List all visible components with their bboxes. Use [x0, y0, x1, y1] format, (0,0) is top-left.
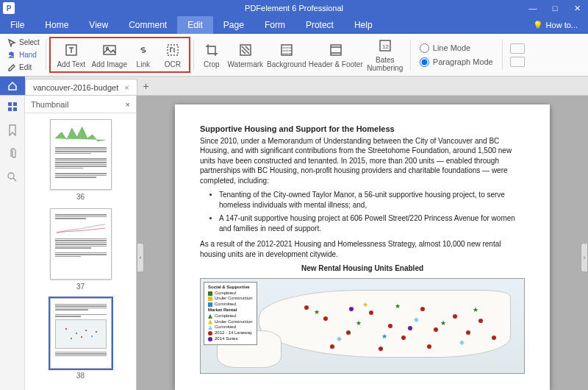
- headerfooter-icon: [328, 42, 344, 58]
- document-tabbar: vancouver-2016-budget × +: [0, 77, 588, 96]
- svg-point-13: [8, 173, 14, 179]
- svg-rect-9: [8, 102, 12, 106]
- tab-label: vancouver-2016-budget: [33, 83, 118, 92]
- svg-rect-3: [168, 45, 178, 55]
- doc-para1: Since 2010, under a Memorandum of Unders…: [200, 136, 525, 186]
- thumbnail-list[interactable]: 36 37 38: [25, 113, 136, 390]
- add-text-label: Add Text: [57, 60, 85, 68]
- ocr-button[interactable]: OCR: [158, 38, 187, 71]
- svg-rect-10: [13, 102, 17, 106]
- thumbnail-tool-icon[interactable]: [6, 100, 19, 113]
- edit-mode-group: Line Mode Paragraph Mode: [414, 37, 499, 73]
- page-thumbnail-selected[interactable]: [50, 298, 112, 369]
- preset-2[interactable]: [510, 57, 525, 67]
- link-button[interactable]: Link: [129, 38, 158, 71]
- select-icon: [7, 38, 16, 47]
- legend-item: Under Construction: [215, 319, 253, 325]
- watermark-button[interactable]: Watermark: [226, 37, 265, 73]
- preset-1[interactable]: [510, 43, 525, 54]
- legend-item: Committed: [215, 302, 236, 308]
- page-thumbnail[interactable]: [50, 208, 112, 279]
- line-mode-label: Line Mode: [433, 43, 470, 52]
- doc-heading: Supportive Housing and Support for the H…: [200, 124, 525, 135]
- minimize-button[interactable]: —: [522, 0, 544, 16]
- map-legend: Social & Supportive Completed Under Cons…: [204, 282, 257, 345]
- thumbnail-close-icon[interactable]: ×: [126, 100, 130, 109]
- edit-icon: [7, 63, 16, 72]
- menu-help[interactable]: Help: [344, 16, 383, 34]
- legend-item: Committed: [215, 325, 236, 330]
- new-tab-button[interactable]: +: [137, 77, 155, 95]
- hand-icon: [7, 51, 16, 60]
- menu-protect[interactable]: Protect: [295, 16, 344, 34]
- menu-page[interactable]: Page: [213, 16, 254, 34]
- tab-close-icon[interactable]: ×: [124, 83, 129, 92]
- ribbon: Select Hand Edit Add Text Add Image Link…: [0, 34, 588, 77]
- ocr-icon: [165, 42, 181, 58]
- svg-rect-11: [8, 107, 12, 111]
- paragraph-mode-radio[interactable]: Paragraph Mode: [420, 57, 493, 67]
- howto-link[interactable]: 💡 How to...: [533, 16, 588, 34]
- home-icon: [7, 81, 18, 91]
- bates-label: Bates Numbering: [367, 56, 403, 72]
- background-button[interactable]: Background: [265, 37, 309, 73]
- howto-label: How to...: [546, 21, 578, 29]
- legend-item: 2012 - 14 Laneway: [215, 330, 252, 336]
- layout-presets: [506, 37, 529, 73]
- add-image-label: Add Image: [92, 60, 127, 68]
- maximize-button[interactable]: □: [544, 0, 566, 16]
- menu-edit[interactable]: Edit: [177, 16, 213, 34]
- edit-tool[interactable]: Edit: [7, 62, 40, 73]
- app-logo: P: [3, 2, 15, 14]
- select-label: Select: [19, 38, 40, 46]
- close-button[interactable]: ✕: [566, 0, 588, 16]
- add-image-button[interactable]: Add Image: [90, 38, 129, 71]
- text-icon: [63, 42, 79, 58]
- prev-page-handle[interactable]: ‹: [137, 243, 144, 272]
- window-controls: — □ ✕: [522, 0, 588, 16]
- attachment-tool-icon[interactable]: [6, 147, 19, 160]
- menu-view[interactable]: View: [79, 16, 118, 34]
- chart-title: New Rental Housing Units Enabled: [200, 263, 525, 274]
- menu-comment[interactable]: Comment: [118, 16, 177, 34]
- menu-file[interactable]: File: [0, 16, 35, 34]
- home-tab[interactable]: [0, 77, 25, 95]
- legend-item: Completed: [215, 313, 236, 319]
- svg-rect-6: [331, 45, 341, 55]
- thumbnail-title: Thumbnail: [31, 100, 68, 109]
- line-mode-radio[interactable]: Line Mode: [420, 43, 493, 53]
- link-icon: [135, 42, 151, 58]
- crop-button[interactable]: Crop: [197, 37, 226, 73]
- document-viewer[interactable]: ‹ › Supportive Housing and Support for t…: [137, 96, 588, 390]
- legend-group1: Social & Supportive: [208, 285, 253, 291]
- header-footer-button[interactable]: Header & Footer: [309, 37, 363, 73]
- menu-home[interactable]: Home: [35, 16, 79, 34]
- bates-button[interactable]: 12 Bates Numbering: [363, 37, 407, 73]
- thumb-number: 36: [76, 193, 85, 201]
- svg-text:12: 12: [382, 43, 389, 50]
- ocr-label: OCR: [165, 60, 181, 68]
- select-tool[interactable]: Select: [7, 37, 40, 48]
- add-text-button[interactable]: Add Text: [52, 38, 90, 71]
- watermark-label: Watermark: [228, 60, 264, 68]
- map-figure: Social & Supportive Completed Under Cons…: [200, 278, 525, 374]
- titlebar: P PDFelement 6 Professional — □ ✕: [0, 0, 588, 16]
- svg-rect-12: [13, 107, 17, 111]
- menu-form[interactable]: Form: [254, 16, 295, 34]
- page-thumbnail[interactable]: [50, 119, 112, 190]
- thumbnail-panel: Thumbnail × 36 37: [25, 96, 137, 390]
- background-label: Background: [267, 60, 306, 68]
- next-page-handle[interactable]: ›: [581, 243, 588, 272]
- bookmark-tool-icon[interactable]: [6, 124, 19, 137]
- search-tool-icon[interactable]: [6, 171, 19, 184]
- crop-icon: [204, 42, 220, 58]
- side-toolbar: [0, 96, 25, 390]
- hand-tool[interactable]: Hand: [7, 49, 40, 60]
- list-item: Tenanting of the City-owned Taylor Manor…: [219, 190, 525, 210]
- document-tab[interactable]: vancouver-2016-budget ×: [25, 79, 137, 95]
- page-content: Supportive Housing and Support for the H…: [175, 104, 550, 390]
- workspace: Thumbnail × 36 37: [0, 96, 588, 390]
- background-icon: [279, 42, 295, 58]
- legend-item: Completed: [215, 291, 236, 297]
- image-icon: [101, 42, 118, 58]
